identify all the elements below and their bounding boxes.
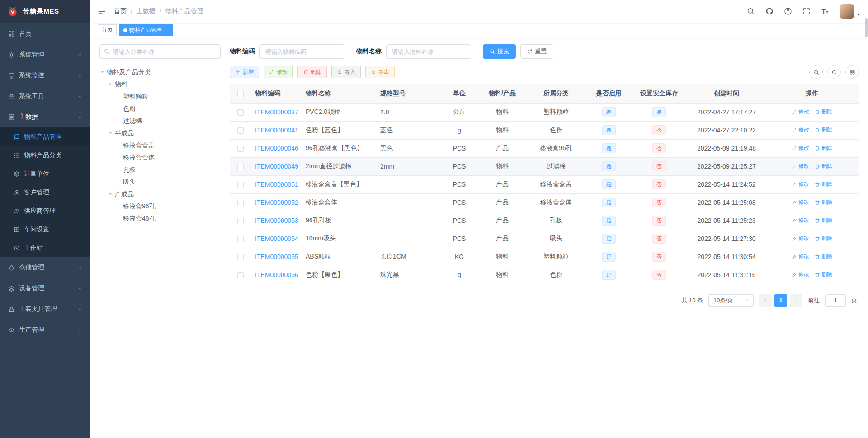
row-edit-link[interactable]: 修改 (792, 180, 809, 188)
row-edit-link[interactable]: 修改 (792, 162, 809, 170)
import-button[interactable]: 导入 (331, 66, 361, 78)
row-delete-link[interactable]: 删除 (815, 162, 832, 170)
column-settings-button[interactable] (845, 65, 859, 79)
row-delete-link[interactable]: 删除 (815, 271, 832, 278)
material-code-link[interactable]: ITEM00000041 (255, 127, 298, 134)
font-size-icon[interactable]: TT (821, 7, 829, 15)
tree-node[interactable]: 移液盒96孔 (99, 200, 221, 212)
tree-node[interactable]: 物料 (99, 78, 221, 90)
material-code-link[interactable]: ITEM00000055 (255, 253, 298, 260)
material-code-link[interactable]: ITEM00000049 (255, 163, 298, 170)
page-size-select[interactable]: 10条/页 (708, 294, 754, 307)
row-edit-link[interactable]: 修改 (792, 144, 809, 152)
row-checkbox[interactable] (237, 254, 244, 260)
row-edit-link[interactable]: 修改 (792, 126, 809, 134)
material-code-link[interactable]: ITEM00000051 (255, 181, 298, 188)
row-edit-link[interactable]: 修改 (792, 198, 809, 206)
tree-node[interactable]: 移液盒48孔 (99, 212, 221, 225)
goto-page-input[interactable] (825, 294, 846, 307)
row-edit-link[interactable]: 修改 (792, 271, 809, 278)
row-checkbox[interactable] (237, 200, 244, 206)
tree-node[interactable]: 物料及产品分类 (99, 66, 221, 78)
user-menu[interactable] (840, 4, 861, 19)
row-delete-link[interactable]: 删除 (815, 217, 832, 224)
sidebar-item[interactable]: 设备管理 (0, 278, 90, 299)
export-button[interactable]: 导出 (365, 66, 395, 78)
next-page-button[interactable] (790, 294, 802, 307)
toggle-search-button[interactable] (809, 65, 823, 79)
tree-node[interactable]: 半成品 (99, 127, 221, 139)
sidebar-item[interactable]: 系统工具 (0, 86, 90, 107)
breadcrumb-home[interactable]: 首页 (114, 7, 127, 15)
tab-home[interactable]: 首页 (98, 24, 117, 36)
sidebar-item[interactable]: 主数据 (0, 107, 90, 127)
tree-node[interactable]: 塑料颗粒 (99, 90, 221, 103)
row-edit-link[interactable]: 修改 (792, 235, 809, 242)
row-edit-link[interactable]: 修改 (792, 108, 809, 116)
sidebar-item[interactable]: 系统管理 (0, 44, 90, 65)
fullscreen-icon[interactable] (802, 7, 811, 15)
sidebar-item[interactable]: 工装夹具管理 (0, 299, 90, 320)
app-logo[interactable]: 苦糖果MES (0, 0, 90, 23)
row-checkbox[interactable] (237, 109, 244, 116)
material-code-input[interactable] (259, 44, 344, 59)
material-code-link[interactable]: ITEM00000046 (255, 145, 298, 152)
tree-node[interactable]: 孔板 (99, 164, 221, 176)
row-delete-link[interactable]: 删除 (815, 180, 832, 188)
tree-node[interactable]: 移液盒盒盖 (99, 139, 221, 151)
github-icon[interactable] (765, 7, 774, 15)
hamburger-icon[interactable] (98, 7, 106, 15)
tab-close-icon[interactable] (164, 28, 169, 33)
tab-material-management[interactable]: 物料产品管理 (119, 24, 173, 36)
material-code-link[interactable]: ITEM00000052 (255, 199, 298, 206)
sidebar-subitem[interactable]: 客户管理 (0, 183, 90, 202)
material-name-input[interactable] (386, 44, 471, 59)
material-code-link[interactable]: ITEM00000037 (255, 108, 298, 116)
row-delete-link[interactable]: 删除 (815, 253, 832, 260)
tree-node[interactable]: 产成品 (99, 188, 221, 200)
category-search-input[interactable] (99, 44, 221, 59)
sidebar-subitem[interactable]: 物料产品管理 (0, 127, 90, 146)
sidebar-item[interactable]: 首页 (0, 24, 90, 44)
question-icon[interactable] (784, 7, 792, 15)
tree-node[interactable]: 移液盒盒体 (99, 151, 221, 164)
sidebar-subitem[interactable]: 车间设置 (0, 220, 90, 239)
sidebar-item[interactable]: 生产管理 (0, 320, 90, 340)
row-checkbox[interactable] (237, 236, 244, 242)
row-edit-link[interactable]: 修改 (792, 253, 809, 260)
avatar[interactable] (840, 4, 854, 19)
refresh-table-button[interactable] (827, 65, 841, 79)
tree-node[interactable]: 色粉 (99, 103, 221, 115)
material-code-link[interactable]: ITEM00000053 (255, 217, 298, 224)
row-delete-link[interactable]: 删除 (815, 235, 832, 242)
reset-button[interactable]: 重置 (520, 44, 553, 59)
row-checkbox[interactable] (237, 182, 244, 188)
page-number-button[interactable]: 1 (774, 294, 787, 307)
search-button[interactable]: 搜索 (483, 44, 516, 59)
row-delete-link[interactable]: 删除 (815, 198, 832, 206)
delete-button[interactable]: 删除 (297, 66, 327, 78)
material-code-link[interactable]: ITEM00000054 (255, 235, 298, 242)
tree-node[interactable]: 过滤棉 (99, 115, 221, 127)
sidebar-item[interactable]: 仓储管理 (0, 257, 90, 278)
sidebar-item[interactable]: 系统监控 (0, 65, 90, 86)
sidebar-subitem[interactable]: 物料产品分类 (0, 146, 90, 165)
tree-node[interactable]: 吸头 (99, 176, 221, 188)
scrollbar[interactable] (865, 18, 868, 37)
row-checkbox[interactable] (237, 127, 244, 134)
add-button[interactable]: 新增 (230, 66, 259, 78)
row-delete-link[interactable]: 删除 (815, 108, 832, 116)
row-delete-link[interactable]: 删除 (815, 144, 832, 152)
search-icon[interactable] (747, 7, 755, 15)
row-checkbox[interactable] (237, 164, 244, 170)
row-checkbox[interactable] (237, 272, 244, 278)
sidebar-subitem[interactable]: 工作站 (0, 239, 90, 257)
breadcrumb-master-data[interactable]: 主数据 (137, 7, 156, 15)
row-checkbox[interactable] (237, 146, 244, 152)
row-checkbox[interactable] (237, 218, 244, 224)
edit-button[interactable]: 修改 (264, 66, 293, 78)
prev-page-button[interactable] (759, 294, 772, 307)
select-all-checkbox[interactable] (237, 91, 244, 97)
row-edit-link[interactable]: 修改 (792, 217, 809, 224)
row-delete-link[interactable]: 删除 (815, 126, 832, 134)
